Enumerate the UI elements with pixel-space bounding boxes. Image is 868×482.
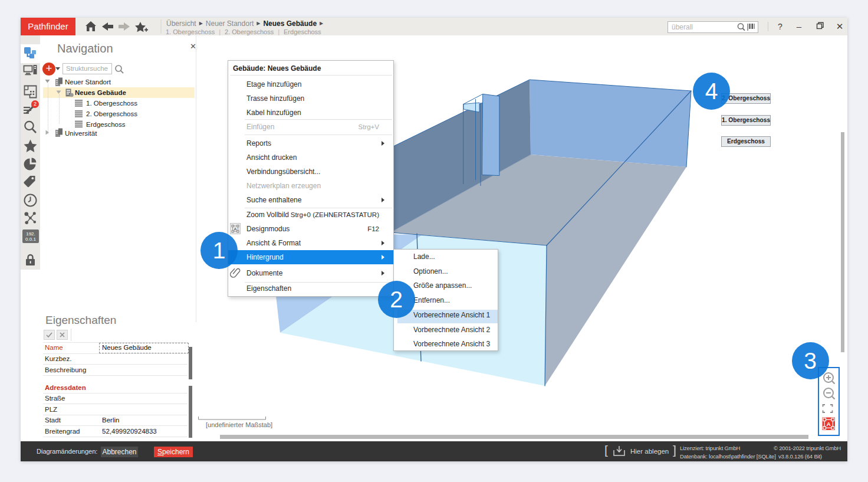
svg-text:[undefinierter Maßstab]: [undefinierter Maßstab]: [206, 421, 272, 428]
svg-text:A: A: [827, 421, 831, 427]
